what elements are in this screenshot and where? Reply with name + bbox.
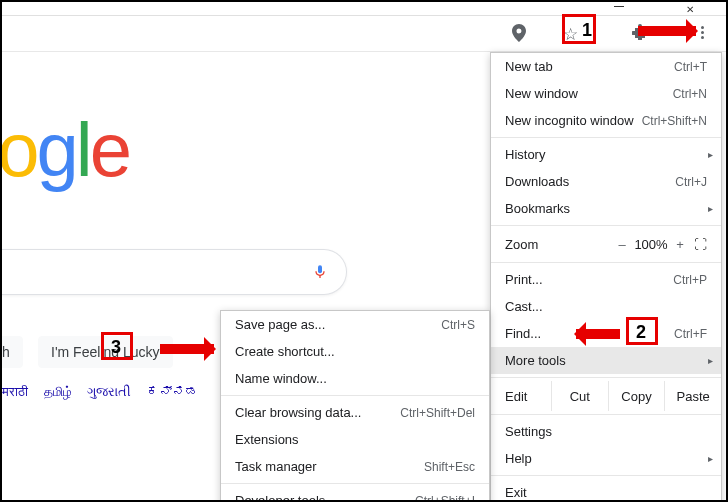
menu-separator <box>221 395 489 396</box>
annotation-number-2: 2 <box>636 322 646 343</box>
voice-search-icon[interactable] <box>312 262 328 287</box>
menu-new-window[interactable]: New windowCtrl+N <box>491 80 721 107</box>
menu-help[interactable]: Help <box>491 445 721 472</box>
fullscreen-icon[interactable]: ⛶ <box>689 237 711 252</box>
menu-history[interactable]: History <box>491 141 721 168</box>
edit-label: Edit <box>491 389 551 404</box>
annotation-arrow-2 <box>576 329 620 339</box>
google-search-button[interactable]: ch <box>0 336 23 368</box>
submenu-clear-data[interactable]: Clear browsing data...Ctrl+Shift+Del <box>221 399 489 426</box>
submenu-dev-tools[interactable]: Developer toolsCtrl+Shift+I <box>221 487 489 502</box>
menu-zoom-row: Zoom – 100% + ⛶ <box>491 229 721 259</box>
menu-separator <box>491 377 721 378</box>
menu-downloads[interactable]: DownloadsCtrl+J <box>491 168 721 195</box>
edit-paste[interactable]: Paste <box>664 381 721 411</box>
menu-cast[interactable]: Cast... <box>491 293 721 320</box>
lang-link[interactable]: मराठी <box>2 384 28 399</box>
zoom-value: 100% <box>631 237 671 252</box>
zoom-label: Zoom <box>505 237 613 252</box>
chrome-main-menu: New tabCtrl+T New windowCtrl+N New incog… <box>490 52 722 502</box>
menu-new-incognito[interactable]: New incognito windowCtrl+Shift+N <box>491 107 721 134</box>
annotation-arrow-1 <box>638 26 696 36</box>
menu-bookmarks[interactable]: Bookmarks <box>491 195 721 222</box>
menu-separator <box>221 483 489 484</box>
menu-separator <box>491 225 721 226</box>
menu-new-tab[interactable]: New tabCtrl+T <box>491 53 721 80</box>
edit-copy[interactable]: Copy <box>608 381 665 411</box>
menu-more-tools[interactable]: More tools <box>491 347 721 374</box>
menu-settings[interactable]: Settings <box>491 418 721 445</box>
annotation-arrow-3 <box>160 344 214 354</box>
window-titlebar: ✕ <box>2 2 726 16</box>
menu-separator <box>491 475 721 476</box>
window-minimize-icon[interactable] <box>614 6 624 7</box>
annotation-number-3: 3 <box>111 337 121 358</box>
more-tools-submenu: Save page as...Ctrl+S Create shortcut...… <box>220 310 490 502</box>
google-logo: oogle <box>0 106 129 193</box>
edit-cut[interactable]: Cut <box>551 381 608 411</box>
zoom-out-button[interactable]: – <box>613 237 631 252</box>
menu-separator <box>491 414 721 415</box>
submenu-save-page[interactable]: Save page as...Ctrl+S <box>221 311 489 338</box>
menu-separator <box>491 137 721 138</box>
lang-link[interactable]: ગુજરાતી <box>87 384 131 399</box>
submenu-create-shortcut[interactable]: Create shortcut... <box>221 338 489 365</box>
zoom-in-button[interactable]: + <box>671 237 689 252</box>
browser-toolbar: ☆ <box>2 16 726 52</box>
menu-exit[interactable]: Exit <box>491 479 721 502</box>
menu-separator <box>491 262 721 263</box>
search-input[interactable] <box>2 249 347 295</box>
submenu-task-manager[interactable]: Task managerShift+Esc <box>221 453 489 480</box>
annotation-number-1: 1 <box>582 20 592 41</box>
menu-print[interactable]: Print...Ctrl+P <box>491 266 721 293</box>
submenu-extensions[interactable]: Extensions <box>221 426 489 453</box>
submenu-name-window[interactable]: Name window... <box>221 365 489 392</box>
profile-avatar-icon[interactable] <box>579 0 601 2</box>
lang-link[interactable]: தமிழ் <box>44 384 72 399</box>
lang-link[interactable]: ಕನ್ನಡ <box>147 384 198 399</box>
menu-edit-row: Edit Cut Copy Paste <box>491 381 721 411</box>
language-links: मराठी தமிழ் ગુજરાતી ಕನ್ನಡ <box>2 384 210 400</box>
window-close-icon[interactable]: ✕ <box>686 4 694 15</box>
location-icon[interactable] <box>512 24 526 47</box>
